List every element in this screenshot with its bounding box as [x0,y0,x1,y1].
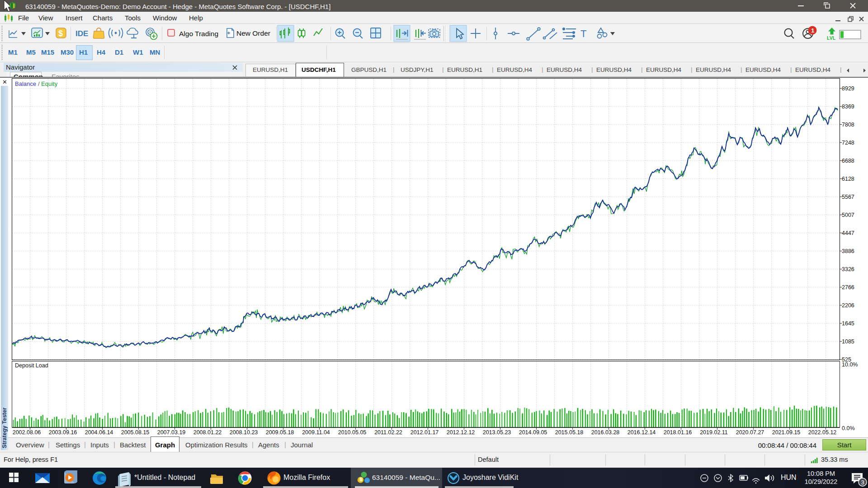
svg-text:2019.02.11: 2019.02.11 [700,429,728,436]
svg-text:1085: 1085 [842,338,854,345]
svg-text:2014.09.05: 2014.09.05 [519,429,547,436]
svg-text:$: $ [360,477,363,482]
svg-text:2003.09.16: 2003.09.16 [49,429,77,436]
svg-text:/: / [38,80,40,87]
svg-text:New Order: New Order [236,29,270,37]
svg-text:2009.05.18: 2009.05.18 [266,429,294,436]
svg-text:Algo Trading: Algo Trading [179,30,218,38]
svg-text:5007: 5007 [842,212,854,218]
svg-text:Balance: Balance [15,80,36,87]
svg-text:2008.10.23: 2008.10.23 [230,429,258,436]
svg-text:2009.11.04: 2009.11.04 [302,429,330,436]
svg-text:8929: 8929 [842,85,854,92]
svg-text:2010.05.05: 2010.05.05 [338,429,367,436]
svg-text:2008.01.22: 2008.01.22 [193,429,222,436]
svg-text:525: 525 [842,357,851,363]
svg-text:T: T [580,28,586,39]
svg-text:2022.05.12: 2022.05.12 [808,429,837,436]
svg-text:2012.01.17: 2012.01.17 [410,429,439,436]
svg-text:2005.08.15: 2005.08.15 [121,429,150,436]
svg-text:2206: 2206 [842,302,854,309]
svg-text:2013.05.23: 2013.05.23 [483,429,511,436]
svg-text:2018.01.16: 2018.01.16 [664,429,692,436]
svg-text:2016.03.28: 2016.03.28 [591,429,620,436]
svg-text:3886: 3886 [842,248,854,254]
svg-text:2021.09.15: 2021.09.15 [772,429,801,436]
svg-text:LVL: LVL [827,35,836,41]
svg-text:2007.03.19: 2007.03.19 [157,429,186,436]
svg-text:5567: 5567 [842,194,854,200]
svg-text:2766: 2766 [842,284,854,291]
svg-text:6688: 6688 [842,158,854,164]
svg-text:2002.08.06: 2002.08.06 [13,429,41,436]
svg-text:2011.02.22: 2011.02.22 [374,429,402,436]
svg-text:2015.05.18: 2015.05.18 [555,429,584,436]
svg-text:IDE: IDE [75,29,88,38]
svg-text:1: 1 [811,27,815,34]
svg-text:$: $ [58,29,63,38]
svg-text:2012.12.12: 2012.12.12 [447,429,475,436]
svg-text:2020.07.27: 2020.07.27 [736,429,764,436]
svg-text:0.0%: 0.0% [842,425,855,432]
svg-text:Equity: Equity [41,80,58,87]
svg-text:2016.12.14: 2016.12.14 [627,429,656,436]
svg-text:Deposit Load: Deposit Load [15,362,48,369]
svg-text:2004.06.14: 2004.06.14 [85,429,113,436]
svg-text:7248: 7248 [842,140,854,146]
svg-text:8369: 8369 [842,103,854,110]
svg-text:3326: 3326 [842,266,854,272]
svg-text:7808: 7808 [842,122,854,128]
svg-text:6128: 6128 [842,176,854,182]
svg-text:1645: 1645 [842,320,854,327]
svg-text:4447: 4447 [842,230,854,236]
svg-text:3: 3 [861,479,864,486]
